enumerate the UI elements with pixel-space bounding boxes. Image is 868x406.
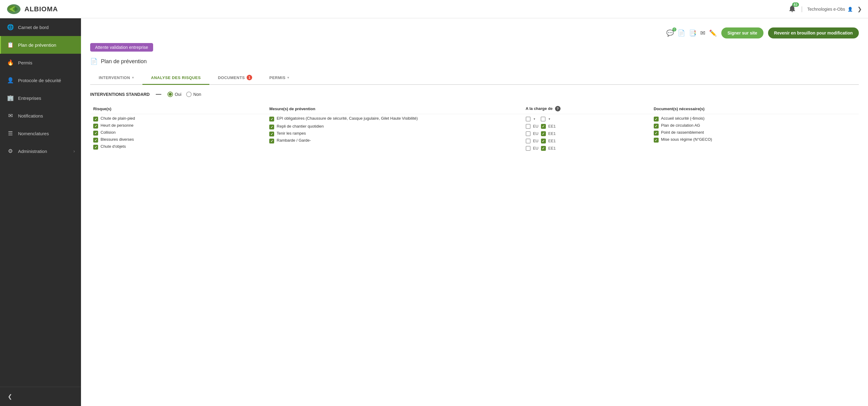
info-icon: ? (555, 106, 561, 111)
topbar-divider: | (801, 5, 803, 12)
col-header-mesures: Mesure(s) de prévention (266, 103, 522, 114)
risque-checkbox-2[interactable] (93, 131, 98, 136)
eu-rampes-text: EU (533, 139, 538, 143)
mesure-label-3: Rambarde / Garde- (277, 138, 311, 142)
radio-group: Oui Non (167, 92, 201, 97)
export-pdf-icon-button[interactable]: 📑 (689, 29, 696, 37)
sidebar-item-nomenclatures[interactable]: ☰ Nomenclatures (0, 125, 81, 142)
eu-rampes[interactable] (526, 139, 531, 143)
document-pdf-icon-button[interactable]: 📄 (678, 29, 685, 37)
col-header-charge: A la charge de ? (523, 103, 651, 114)
eu-label-0[interactable] (526, 124, 531, 129)
eu-repli-text: EU (533, 131, 538, 136)
radio-oui-circle[interactable] (167, 92, 173, 97)
risque-item-2: Collision (93, 130, 263, 136)
mesure-item-1: Repli de chantier quotidien (269, 124, 519, 129)
sidebar-label-entreprises: Entreprises (18, 96, 75, 101)
radio-non[interactable]: Non (186, 92, 202, 97)
charge-cell: ▾ ▾ EU EE1 (523, 114, 651, 153)
sidebar-item-plan[interactable]: 📋 Plan de prévention (0, 36, 81, 54)
tab-documents[interactable]: DOCUMENTS 1 (209, 71, 261, 85)
doc-checkbox-2[interactable] (654, 131, 659, 136)
sidebar-collapse-button[interactable]: ❮ (6, 392, 14, 401)
doc-item-3: Mise sous régime (N°GECO) (654, 137, 856, 142)
svg-point-3 (13, 7, 18, 11)
sidebar-chevron-administration: › (73, 149, 75, 154)
risque-label-2: Collision (100, 130, 116, 135)
action-icons: 💬 0 📄 📑 ✉ ✏️ (666, 29, 717, 37)
radio-oui[interactable]: Oui (167, 92, 182, 97)
eu-repli[interactable] (526, 131, 531, 136)
edit-icon-button[interactable]: ✏️ (709, 29, 717, 37)
ee1-rambarde-text: EE1 (548, 146, 556, 150)
risque-checkbox-3[interactable] (93, 138, 98, 142)
sidebar-item-protocole[interactable]: 👤 Protocole de sécurité (0, 71, 81, 89)
risque-item-3: Blessures diverses (93, 137, 263, 142)
list-icon: ☰ (7, 130, 14, 137)
sidebar-label-notifications: Notifications (18, 113, 75, 119)
ee1-repli[interactable] (541, 131, 546, 136)
risque-label-1: Heurt de personne (100, 123, 133, 128)
email-icon-button[interactable]: ✉ (700, 29, 705, 37)
tab-intervention-chevron: ▾ (132, 76, 134, 80)
sidebar-item-carnet[interactable]: 🌐 Carnet de bord (0, 18, 81, 36)
user-avatar-icon: 👤 (847, 7, 853, 11)
sidebar-item-entreprises[interactable]: 🏢 Entreprises (0, 89, 81, 107)
mesure-item-2: Tenir les rampes (269, 131, 519, 136)
mesure-checkbox-3[interactable] (269, 139, 274, 143)
table-row: Chute de plain-pied Heurt de personne Co… (90, 114, 859, 153)
eu-dropdown-0[interactable]: ▾ (534, 117, 535, 121)
sidebar-item-notifications[interactable]: ✉ Notifications (0, 107, 81, 125)
logo-icon (6, 3, 21, 15)
user-name: Technologies e-Obs (807, 7, 845, 11)
risque-checkbox-0[interactable] (93, 116, 98, 122)
mesure-checkbox-1[interactable] (269, 125, 274, 129)
ee1-rampes[interactable] (541, 139, 546, 143)
risque-checkbox-4[interactable] (93, 145, 98, 149)
eu-rambarde-text: EU (533, 146, 538, 150)
eu-rambarde[interactable] (526, 146, 531, 151)
ee1-checkbox-0[interactable] (541, 124, 546, 129)
doc-checkbox-1[interactable] (654, 124, 659, 129)
notification-bell[interactable]: 83 (788, 4, 797, 14)
risque-checkbox-1[interactable] (93, 124, 98, 129)
col-header-docs: Document(s) nécessaire(s) (651, 103, 859, 114)
main-layout: 🌐 Carnet de bord 📋 Plan de prévention 🔥 … (0, 18, 868, 406)
radio-non-circle[interactable] (186, 92, 192, 97)
tab-permis[interactable]: PERMIS ▾ (261, 71, 298, 85)
risque-label-4: Chute d'objets (100, 144, 126, 149)
eu-checkbox-0[interactable] (526, 116, 531, 122)
sidebar-bottom: ❮ (0, 387, 81, 406)
sign-on-site-button[interactable]: Signer sur site (721, 28, 763, 38)
clipboard-icon: 📋 (7, 41, 14, 48)
doc-checkbox-3[interactable] (654, 138, 659, 142)
tab-permis-label: PERMIS (269, 75, 285, 80)
sidebar-item-administration[interactable]: ⚙ Administration › (0, 142, 81, 160)
sidebar-item-permis[interactable]: 🔥 Permis (0, 54, 81, 71)
topbar: ALBIOMA 83 | Technologies e-Obs 👤 ❯ (0, 0, 868, 18)
docs-cell: Accueil sécurité (-6mois) Plan de circul… (651, 114, 859, 153)
tabs: INTERVENTION ▾ ANALYSE DES RISQUES DOCUM… (90, 71, 859, 85)
tab-intervention[interactable]: INTERVENTION ▾ (90, 71, 143, 85)
sidebar-label-nomenclatures: Nomenclatures (18, 131, 75, 136)
tab-documents-badge: 1 (247, 75, 252, 80)
chat-icon-button[interactable]: 💬 0 (666, 29, 674, 37)
col-header-risques: Risque(s) (90, 103, 266, 114)
risques-cell: Chute de plain-pied Heurt de personne Co… (90, 114, 266, 153)
ee1-dropdown-0[interactable]: ▾ (549, 117, 550, 121)
table-section: INTERVENTIONS STANDARD — Oui Non (90, 85, 859, 153)
sidebar-label-carnet: Carnet de bord (18, 25, 75, 30)
person-icon: 👤 (7, 77, 14, 83)
doc-label-0: Accueil sécurité (-6mois) (661, 116, 705, 121)
ee1-cb-0[interactable] (541, 116, 546, 122)
return-to-draft-button[interactable]: Revenir en brouillon pour modification (768, 28, 859, 38)
ee1-rambarde[interactable] (541, 146, 546, 151)
tab-analyse[interactable]: ANALYSE DES RISQUES (143, 71, 209, 85)
doc-checkbox-0[interactable] (654, 116, 659, 122)
charge-row-0: ▾ ▾ (526, 116, 648, 122)
mesure-checkbox-0[interactable] (269, 116, 274, 122)
mesure-checkbox-2[interactable] (269, 132, 274, 136)
mesure-item-3: Rambarde / Garde- (269, 138, 519, 143)
topbar-expand-icon[interactable]: ❯ (857, 6, 862, 12)
sidebar-label-permis: Permis (18, 60, 75, 65)
